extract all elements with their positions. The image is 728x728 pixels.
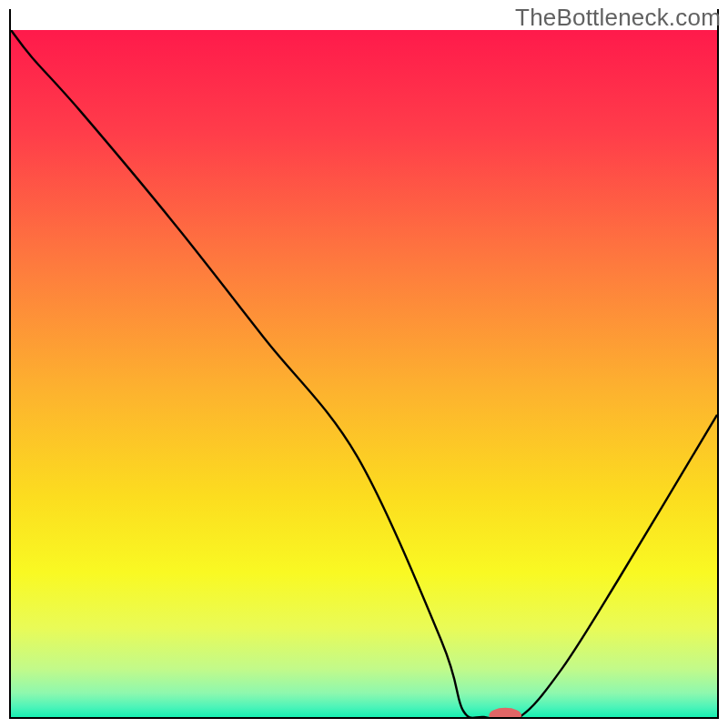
bottleneck-curve-path [11, 30, 717, 717]
watermark-text: TheBottleneck.com [515, 4, 721, 32]
y-axis-line [9, 30, 11, 719]
optimal-point-marker [489, 708, 521, 717]
plot-area [11, 30, 717, 717]
bottleneck-chart: TheBottleneck.com [0, 0, 728, 728]
